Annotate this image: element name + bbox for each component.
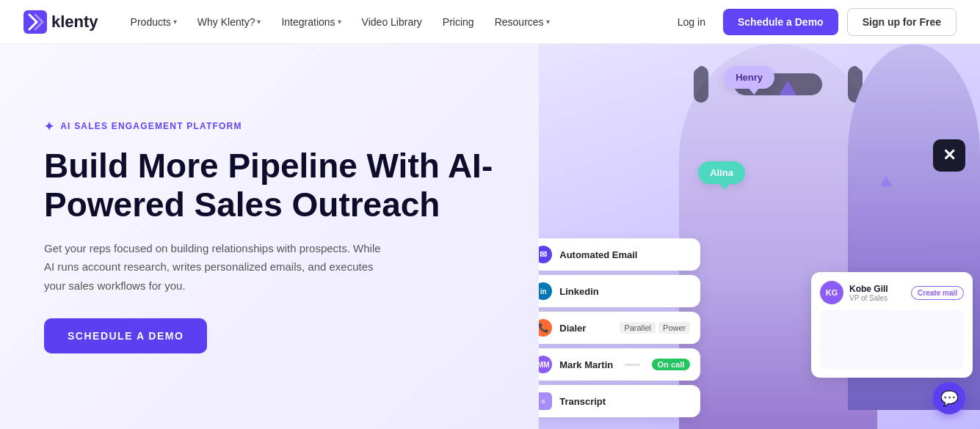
sparkle-icon: ✦ <box>44 120 54 133</box>
feature-cards: ✉ Automated Email in Linkedin 📞 Dialer P… <box>539 238 700 422</box>
nav-item-pricing[interactable]: Pricing <box>434 12 483 32</box>
login-button[interactable]: Log in <box>669 12 714 32</box>
linkedin-card: in Linkedin <box>539 275 700 307</box>
nav-item-why-klenty[interactable]: Why Klenty? ▾ <box>189 12 270 32</box>
create-mail-button[interactable]: Create mail <box>911 286 964 300</box>
x-social-icon: ✕ <box>933 139 965 172</box>
parallel-badge: Parallel <box>620 322 656 334</box>
bubble-tail <box>719 183 730 190</box>
avatar-icon: MM <box>539 356 552 373</box>
linkedin-icon: in <box>539 282 552 300</box>
nav-item-integrations[interactable]: Integrations ▾ <box>272 12 349 32</box>
nav-item-video-library[interactable]: Video Library <box>353 12 431 32</box>
chevron-down-icon: ▾ <box>173 18 177 26</box>
hero-cta-button[interactable]: SCHEDULE A DEMO <box>44 318 207 353</box>
nav-item-products[interactable]: Products ▾ <box>122 12 186 32</box>
speech-bubble-alina: Alina <box>698 161 745 184</box>
nav-links: Products ▾ Why Klenty? ▾ Integrations ▾ … <box>122 12 669 32</box>
hero-subtitle: Get your reps focused on building relati… <box>44 239 382 296</box>
hero-title: Build More Pipeline With AI-Powered Sale… <box>44 147 509 224</box>
chat-support-button[interactable]: 💬 <box>933 382 965 414</box>
signup-button[interactable]: Sign up for Free <box>847 8 957 36</box>
mark-martin-card: MM Mark Martin On call <box>539 348 700 381</box>
progress-bar <box>625 364 639 366</box>
decoration-triangle <box>779 81 796 95</box>
on-call-status: On call <box>652 359 691 370</box>
kobe-card-body <box>820 310 964 369</box>
dialer-badges: Parallel Power <box>620 322 690 334</box>
automated-email-card: ✉ Automated Email <box>539 238 700 271</box>
logo[interactable]: klenty <box>23 10 98 34</box>
chevron-down-icon: ▾ <box>546 18 550 26</box>
power-badge: Power <box>658 322 690 334</box>
dialer-card: 📞 Dialer Parallel Power <box>539 312 700 344</box>
kobe-gill-card: KG Kobe Gill VP of Sales Create mail <box>811 272 973 378</box>
hero-section: ✦ AI Sales Engagement Platform Build Mor… <box>0 44 980 429</box>
kobe-name: Kobe Gill <box>849 284 905 294</box>
kobe-info: Kobe Gill VP of Sales <box>849 284 905 302</box>
kobe-avatar: KG <box>820 281 843 304</box>
nav-actions: Log in Schedule a Demo Sign up for Free <box>669 8 957 36</box>
bubble-tail <box>748 87 760 95</box>
logo-text: klenty <box>51 12 98 32</box>
schedule-demo-button[interactable]: Schedule a Demo <box>723 9 838 35</box>
nav-item-resources[interactable]: Resources ▾ <box>486 12 559 32</box>
chevron-down-icon: ▾ <box>338 18 341 26</box>
hero-badge: ✦ AI Sales Engagement Platform <box>44 120 509 133</box>
dialer-icon: 📞 <box>539 319 552 337</box>
navigation: klenty Products ▾ Why Klenty? ▾ Integrat… <box>0 0 980 44</box>
transcript-icon: ≡ <box>539 392 552 410</box>
decoration-triangle <box>880 176 892 186</box>
hero-left: ✦ AI Sales Engagement Platform Build Mor… <box>0 44 539 429</box>
kobe-job-title: VP of Sales <box>849 294 905 302</box>
speech-bubble-henry: Henry <box>724 66 774 89</box>
chevron-down-icon: ▾ <box>257 18 261 26</box>
hero-right: Henry Alina ✕ ✉ Automated Email in Linke… <box>539 44 980 429</box>
transcript-card: ≡ Transcript <box>539 385 700 417</box>
kobe-card-header: KG Kobe Gill VP of Sales Create mail <box>820 281 964 304</box>
email-icon: ✉ <box>539 246 552 263</box>
